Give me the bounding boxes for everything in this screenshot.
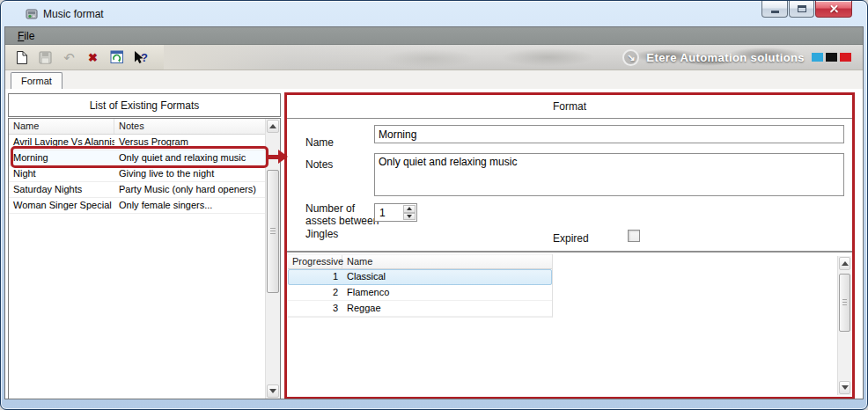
table-row-selected[interactable]: Morning Only quiet and relaxing music (9, 150, 265, 166)
column-header-progressive[interactable]: Progressive (288, 255, 342, 268)
cell-name: Saturday Nights (9, 182, 114, 197)
table-row[interactable]: Saturday Nights Party Music (only hard o… (9, 182, 265, 198)
brand-arrow-icon: ↘ (622, 49, 639, 66)
scroll-up-button[interactable] (839, 257, 850, 270)
formats-list: Name Notes Avril Lavigne Vs Alannis Vers… (8, 118, 281, 399)
notes-field[interactable]: Only quiet and relaxing music (374, 153, 844, 196)
maximize-icon (798, 5, 806, 12)
separator (287, 251, 852, 253)
refresh-button[interactable] (107, 48, 126, 67)
triangle-up-icon (407, 207, 412, 210)
content-area: List of Existing Formats Name Notes Avri… (5, 91, 863, 399)
svg-text:?: ? (141, 50, 148, 63)
cell-progressive: 1 (288, 269, 342, 284)
scroll-thumb[interactable] (267, 170, 279, 293)
new-document-button[interactable] (12, 48, 31, 67)
triangle-up-icon (269, 124, 276, 128)
undo-icon: ↶ (63, 51, 75, 64)
toolbar: ↶ ✖ (5, 45, 863, 70)
minimize-icon (771, 11, 779, 13)
expired-checkbox[interactable] (628, 230, 640, 242)
minimize-button[interactable] (761, 1, 788, 18)
window-frame: Music format File (0, 0, 868, 410)
genres-header: Progressive Name (288, 254, 552, 269)
cell-notes: Only female singers... (114, 198, 265, 213)
triangle-down-icon (269, 389, 276, 393)
formats-rows: Avril Lavigne Vs Alannis Versus Program … (9, 135, 265, 214)
assets-label: Number of assets between Jingles (305, 202, 381, 240)
undo-button[interactable]: ↶ (60, 48, 78, 67)
brand-squares (812, 53, 851, 62)
cell-name: Morning (9, 150, 114, 165)
triangle-down-icon (407, 215, 412, 218)
new-document-icon (16, 50, 28, 65)
spinner-buttons (403, 205, 416, 220)
notes-label: Notes (305, 158, 333, 171)
scroll-down-button[interactable] (267, 384, 279, 398)
menu-file[interactable]: File (13, 29, 39, 43)
table-row-selected[interactable]: 1 Classical (288, 269, 552, 285)
list-scrollbar[interactable] (265, 119, 280, 399)
toolbar-buttons: ↶ ✖ (12, 48, 150, 67)
close-button[interactable] (815, 1, 852, 18)
cell-name: Night (9, 166, 114, 181)
spinner-up-button[interactable] (403, 205, 416, 213)
delete-button[interactable]: ✖ (84, 48, 102, 67)
tab-format[interactable]: Format (11, 72, 63, 89)
delete-icon: ✖ (88, 52, 98, 63)
cell-name: Reggae (342, 301, 552, 316)
refresh-icon (110, 50, 124, 64)
cell-name: Avril Lavigne Vs Alannis (9, 135, 114, 150)
table-row[interactable]: 3 Reggae (288, 301, 552, 317)
maximize-button[interactable] (789, 1, 814, 18)
window-controls (761, 1, 852, 18)
column-header-name[interactable]: Name (9, 119, 114, 134)
cell-notes: Party Music (only hard openers) (114, 182, 265, 197)
save-icon (39, 51, 52, 64)
name-label: Name (305, 136, 334, 149)
brand-text: Etere Automation solutions (646, 51, 805, 64)
format-detail-panel: Format Name Notes Only quiet and relaxin… (284, 92, 855, 399)
app-icon (25, 7, 39, 21)
assets-spinner[interactable]: 1 (374, 203, 417, 222)
close-icon (829, 4, 839, 14)
scroll-up-button[interactable] (267, 120, 279, 133)
triangle-down-icon (842, 385, 849, 390)
table-row[interactable]: Woman Singer Special Only female singers… (9, 198, 265, 214)
column-header-notes[interactable]: Notes (114, 119, 265, 134)
save-button[interactable] (36, 48, 55, 67)
brand-square (812, 53, 823, 62)
scroll-down-button[interactable] (839, 381, 850, 394)
expired-label: Expired (553, 232, 589, 245)
genres-table: Progressive Name 1 Classical 2 Flamenco (288, 254, 553, 318)
cell-notes: Versus Program (114, 135, 265, 150)
cell-progressive: 3 (288, 301, 342, 316)
column-header-name[interactable]: Name (342, 255, 552, 268)
window-title: Music format (43, 8, 104, 20)
table-row[interactable]: 2 Flamenco (288, 285, 552, 301)
menubar: File (5, 27, 863, 45)
triangle-up-icon (842, 261, 849, 266)
formats-list-header: Name Notes (9, 119, 265, 135)
tabstrip: Format (5, 70, 863, 89)
assets-value: 1 (379, 207, 386, 219)
titlebar: Music format (1, 1, 867, 26)
detail-scrollbar[interactable] (837, 256, 851, 395)
cell-progressive: 2 (288, 285, 342, 300)
cell-notes: Giving live to the night (114, 166, 265, 181)
list-title: List of Existing Formats (8, 93, 281, 117)
cell-name: Woman Singer Special (9, 198, 114, 213)
cell-notes: Only quiet and relaxing music (114, 150, 265, 165)
spinner-down-button[interactable] (403, 213, 416, 221)
detail-title: Format (287, 95, 852, 119)
name-field[interactable] (374, 125, 844, 143)
scroll-thumb[interactable] (839, 274, 850, 332)
context-help-icon: ? (132, 50, 149, 65)
context-help-button[interactable]: ? (131, 48, 150, 67)
table-row[interactable]: Night Giving live to the night (9, 166, 265, 182)
brand-square (826, 53, 837, 62)
table-row[interactable]: Avril Lavigne Vs Alannis Versus Program (9, 135, 265, 150)
screen: Music format File (0, 0, 868, 410)
cell-name: Classical (342, 269, 552, 284)
cell-name: Flamenco (342, 285, 552, 300)
